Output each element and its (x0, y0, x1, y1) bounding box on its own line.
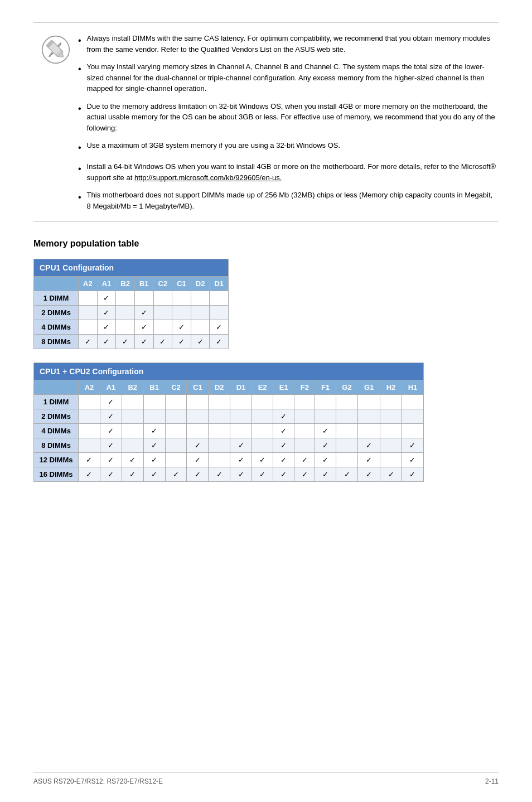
cpu2-cell (165, 453, 187, 467)
cpu2-cell (358, 395, 380, 409)
cpu2-cell: ✓ (336, 467, 358, 482)
cpu1-header-row: CPU1 Configuration (34, 259, 229, 277)
cpu2-cell (165, 438, 187, 453)
bullet-5: • (78, 162, 81, 176)
cpu1-cell (191, 320, 210, 335)
cpu2-row-label: 16 DIMMs (34, 467, 79, 482)
cpu1-col-d1: D1 (210, 277, 229, 291)
cpu2-cell: ✓ (100, 438, 122, 453)
cpu2-row-label: 8 DIMMs (34, 438, 79, 453)
cpu1-cell: ✓ (97, 306, 116, 320)
cpu2-row: 4 DIMMs✓✓✓✓ (34, 424, 424, 438)
cpu2-row: 2 DIMMs✓✓ (34, 409, 424, 424)
cpu2-cell (79, 395, 100, 409)
cpu2-cell (252, 424, 273, 438)
cpu2-cell (402, 409, 423, 424)
cpu2-empty-col (34, 380, 79, 395)
cpu2-cell (380, 453, 402, 467)
cpu1-cell (134, 291, 153, 306)
cpu1-row-label: 2 DIMMs (34, 306, 79, 320)
cpu2-col-e2: E2 (252, 380, 273, 395)
note-icon (33, 33, 78, 211)
cpu2-cell: ✓ (79, 467, 100, 482)
cpu2-cell: ✓ (273, 467, 294, 482)
cpu2-cell: ✓ (273, 438, 294, 453)
cpu2-cell: ✓ (294, 467, 315, 482)
cpu2-cell (209, 409, 230, 424)
cpu1-cell: ✓ (210, 335, 229, 349)
cpu2-cell (358, 409, 380, 424)
page: • Always install DIMMs with the same CAS… (0, 0, 532, 802)
cpu2-cell: ✓ (358, 467, 380, 482)
cpu1-cell: ✓ (134, 335, 153, 349)
cpu2-cell: ✓ (380, 467, 402, 482)
cpu2-cell: ✓ (230, 453, 252, 467)
cpu1-cell (116, 291, 135, 306)
note-item-4: • Use a maximum of 3GB system memory if … (78, 140, 499, 154)
notes-list: • Always install DIMMs with the same CAS… (78, 33, 499, 211)
cpu2-cell (165, 409, 187, 424)
cpu2-cell: ✓ (358, 438, 380, 453)
cpu2-cell (380, 438, 402, 453)
cpu1-col-header-row: A2 A1 B2 B1 C2 C1 D2 D1 (34, 277, 229, 291)
cpu2-cell (252, 409, 273, 424)
cpu2-cell (294, 424, 315, 438)
cpu2-cell: ✓ (165, 467, 187, 482)
cpu2-cell: ✓ (187, 438, 209, 453)
cpu2-table-wrapper: CPU1 + CPU2 Configuration A2 A1 B2 B1 C2… (33, 363, 499, 482)
cpu1-table-wrapper: CPU1 Configuration A2 A1 B2 B1 C2 C1 D2 … (33, 259, 499, 349)
notes-section: • Always install DIMMs with the same CAS… (33, 22, 499, 222)
cpu1-cell: ✓ (97, 335, 116, 349)
cpu2-cell (402, 395, 423, 409)
cpu1-cell: ✓ (172, 335, 191, 349)
cpu2-cell: ✓ (143, 467, 165, 482)
cpu1-cell (191, 291, 210, 306)
cpu2-cell: ✓ (315, 438, 336, 453)
cpu1-cell (191, 306, 210, 320)
cpu2-cell: ✓ (100, 395, 122, 409)
cpu1-row: 8 DIMMs✓✓✓✓✓✓✓✓ (34, 335, 229, 349)
cpu2-header-row: CPU1 + CPU2 Configuration (34, 363, 424, 380)
cpu2-row: 8 DIMMs✓✓✓✓✓✓✓✓ (34, 438, 424, 453)
note-text-3: Due to the memory address limitation on … (87, 101, 499, 134)
cpu1-cell: ✓ (191, 335, 210, 349)
note-item-3: • Due to the memory address limitation o… (78, 101, 499, 134)
cpu2-col-f2: F2 (294, 380, 315, 395)
cpu1-cell: ✓ (116, 335, 135, 349)
cpu2-table: CPU1 + CPU2 Configuration A2 A1 B2 B1 C2… (33, 363, 424, 482)
bullet-4: • (78, 141, 81, 154)
cpu2-header-cell: CPU1 + CPU2 Configuration (34, 363, 424, 380)
cpu2-cell (79, 438, 100, 453)
cpu2-cell: ✓ (100, 424, 122, 438)
cpu2-cell (187, 424, 209, 438)
cpu1-cell: ✓ (97, 291, 116, 306)
cpu2-cell: ✓ (143, 453, 165, 467)
cpu1-cell (79, 306, 98, 320)
cpu2-cell (165, 424, 187, 438)
cpu2-col-f1: F1 (315, 380, 336, 395)
cpu2-col-a1: A1 (100, 380, 122, 395)
section-title: Memory population table (33, 239, 499, 249)
cpu2-row: 16 DIMMs✓✓✓✓✓✓✓✓✓✓✓✓✓✓✓✓ (34, 467, 424, 482)
cpu1-col-c1: C1 (172, 277, 191, 291)
cpu1-col-a1: A1 (97, 277, 116, 291)
cpu2-cell (79, 424, 100, 438)
cpu2-cell (209, 395, 230, 409)
cpu1-cell (79, 291, 98, 306)
cpu1-cell (116, 320, 135, 335)
cpu2-cell: ✓ (273, 424, 294, 438)
cpu1-cell (79, 320, 98, 335)
cpu1-cell: ✓ (79, 335, 98, 349)
cpu1-col-a2: A2 (79, 277, 98, 291)
cpu2-cell: ✓ (100, 453, 122, 467)
cpu2-cell (122, 424, 143, 438)
cpu2-cell: ✓ (273, 453, 294, 467)
cpu2-cell: ✓ (187, 453, 209, 467)
cpu2-cell (122, 409, 143, 424)
cpu2-cell (315, 395, 336, 409)
cpu1-cell: ✓ (134, 306, 153, 320)
cpu2-cell: ✓ (79, 453, 100, 467)
cpu2-cell (294, 395, 315, 409)
cpu1-row: 1 DIMM✓ (34, 291, 229, 306)
ms-support-link[interactable]: http://support.microsoft.com/kb/929605/e… (134, 173, 282, 182)
